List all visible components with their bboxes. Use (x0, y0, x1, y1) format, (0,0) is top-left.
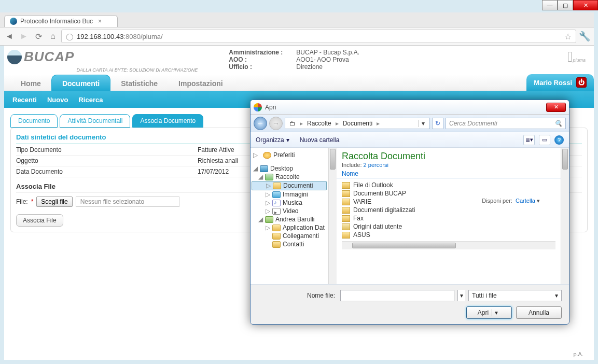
open-split-icon[interactable]: ▾ (492, 309, 500, 316)
view-mode-button[interactable]: ≣▾ (523, 135, 535, 145)
user-chip[interactable]: Mario Rossi ⏻ (526, 74, 594, 91)
tree-video[interactable]: ▷Video (252, 207, 327, 215)
home-button[interactable]: ⌂ (47, 30, 59, 43)
filename-input[interactable] (340, 290, 454, 301)
favicon-icon (10, 18, 17, 25)
folder-icon (273, 183, 281, 189)
open-button[interactable]: Apri▾ (466, 306, 512, 319)
tab-impostazioni[interactable]: Impostazioni (168, 75, 233, 91)
organize-button[interactable]: Organizza▾ (256, 136, 289, 144)
folder-icon (342, 190, 350, 197)
list-item[interactable]: ASUS (342, 231, 555, 239)
scroll-thumb[interactable] (352, 243, 456, 248)
choose-file-button[interactable]: Scegli file (36, 197, 72, 207)
folder-icon (342, 223, 350, 230)
file-list: File di Outlook Documenti BUCAP VARIE Do… (337, 179, 561, 241)
list-item[interactable]: Fax (342, 214, 555, 222)
tree-scrollbar[interactable] (328, 148, 337, 284)
tab-close-icon[interactable]: × (98, 18, 102, 25)
address-input[interactable]: ◯ 192.168.100.43:8080/piuma/ ☆ (61, 30, 576, 43)
crumb-raccolte[interactable]: Raccolte (305, 120, 333, 127)
tab-documenti[interactable]: Documenti (51, 75, 110, 91)
tree-documenti[interactable]: ▷Documenti (252, 181, 327, 190)
tree-user[interactable]: ◢Andrea Barulli (252, 215, 327, 223)
forward-button[interactable]: ► (18, 30, 30, 43)
associa-file-button[interactable]: Associa File (16, 214, 63, 227)
dialog-close-button[interactable]: ✕ (546, 103, 566, 112)
window-maximize-button[interactable]: ▢ (558, 0, 573, 10)
dialog-titlebar[interactable]: Apri ✕ (251, 100, 569, 115)
bookmark-star-icon[interactable]: ☆ (564, 32, 572, 41)
window-minimize-button[interactable]: — (542, 0, 558, 10)
include-link[interactable]: 2 percorsi (364, 162, 388, 168)
breadcrumb[interactable]: 🗀 ▸ Raccolte ▸ Documenti ▸ ▾ (285, 118, 430, 129)
list-item[interactable]: File di Outlook (342, 181, 555, 189)
dialog-back-button[interactable]: ← (254, 117, 267, 130)
list-item[interactable]: Documenti BUCAP (342, 189, 555, 198)
back-button[interactable]: ◄ (3, 30, 16, 43)
ufficio-label: Ufficio : (229, 63, 296, 71)
scroll-thumb[interactable] (330, 149, 336, 170)
images-icon (272, 191, 281, 198)
tree-appdata[interactable]: ▷Application Dat (252, 223, 327, 232)
star-icon (263, 152, 271, 159)
required-mark: * (31, 198, 34, 205)
tab-statistiche[interactable]: Statistiche (110, 75, 168, 91)
column-header-name[interactable]: Nome (337, 169, 561, 179)
preview-pane-button[interactable]: ▭ (539, 135, 550, 145)
subtab-recenti[interactable]: Recenti (12, 96, 37, 104)
tree-musica[interactable]: ▷Musica (252, 199, 327, 207)
browser-tab-title: Protocollo Informatico Buc (20, 18, 93, 25)
music-icon (272, 200, 281, 206)
itab-attivita[interactable]: Attività Documentali (60, 114, 130, 128)
tree-contatti[interactable]: Contatti (252, 240, 327, 248)
tree-raccolte[interactable]: ◢Raccolte (252, 173, 327, 181)
refresh-button[interactable]: ↻ (432, 118, 443, 129)
subtab-nuovo[interactable]: Nuovo (47, 96, 68, 104)
list-hscrollbar[interactable] (342, 241, 555, 249)
folder-icon: 🗀 (287, 120, 298, 127)
dialog-search-input[interactable]: Cerca Documenti 🔍 (446, 118, 566, 129)
subtab-ricerca[interactable]: Ricerca (78, 96, 103, 104)
main-tabs: Home Documenti Statistiche Impostazioni … (4, 75, 594, 91)
desktop-icon (260, 165, 268, 172)
globe-icon: ◯ (66, 33, 74, 40)
arrange-by[interactable]: Disponi per: Cartella ▾ (482, 198, 540, 204)
help-icon[interactable]: ? (554, 135, 564, 145)
itab-documento[interactable]: Documento (10, 114, 58, 128)
page-header: BUCAP DALLA CARTA AI BYTE: SOLUZIONI DI … (4, 46, 594, 75)
tree-desktop[interactable]: ◢Desktop (252, 164, 327, 173)
browser-tabbar: Protocollo Informatico Buc × (0, 12, 594, 27)
tab-home[interactable]: Home (10, 75, 51, 91)
scroll-thumb[interactable] (562, 149, 568, 170)
dialog-body: ▷Preferiti ◢Desktop ◢Raccolte ▷Documenti… (251, 148, 569, 284)
tree-preferiti[interactable]: ▷Preferiti (252, 151, 327, 159)
dialog-forward-button[interactable]: → (269, 117, 283, 130)
window-controls: — ▢ ✕ (542, 0, 598, 10)
search-icon: 🔍 (554, 120, 562, 127)
crumb-dropdown-icon[interactable]: ▾ (418, 120, 427, 127)
itab-associa[interactable]: Associa Documento (132, 114, 203, 128)
list-scrollbar[interactable] (561, 148, 569, 284)
tree-collegamenti[interactable]: Collegamenti (252, 232, 327, 240)
logo-word: BUCAP (24, 49, 74, 65)
browser-tab[interactable]: Protocollo Informatico Buc × (4, 15, 118, 27)
crumb-sep: ▸ (298, 120, 305, 127)
settings-wrench-icon[interactable]: 🔧 (578, 30, 591, 43)
cancel-button[interactable]: Annulla (516, 306, 562, 319)
admin-label: Amministrazione : (229, 49, 296, 56)
tree-immagini[interactable]: ▷Immagini (252, 190, 327, 199)
new-folder-button[interactable]: Nuova cartella (300, 136, 340, 144)
file-filter-dropdown[interactable]: Tutti i file▾ (468, 290, 562, 301)
crumb-documenti[interactable]: Documenti (341, 120, 374, 127)
filename-dropdown-icon[interactable]: ▾ (457, 290, 465, 301)
list-item[interactable]: Origini dati utente (342, 222, 555, 231)
logout-power-icon[interactable]: ⏻ (576, 77, 587, 88)
window-close-button[interactable]: ✕ (573, 0, 598, 10)
list-item[interactable]: Documenti digitalizzati (342, 206, 555, 214)
dialog-toolbar: Organizza▾ Nuova cartella ≣▾ ▭ ? (251, 132, 569, 148)
file-status: Nessun file selezionato (76, 197, 179, 207)
admin-value: BUCAP - Bucap S.p.A. (296, 49, 359, 56)
crumb-sep: ▸ (333, 120, 341, 127)
reload-button[interactable]: ⟳ (32, 30, 45, 43)
